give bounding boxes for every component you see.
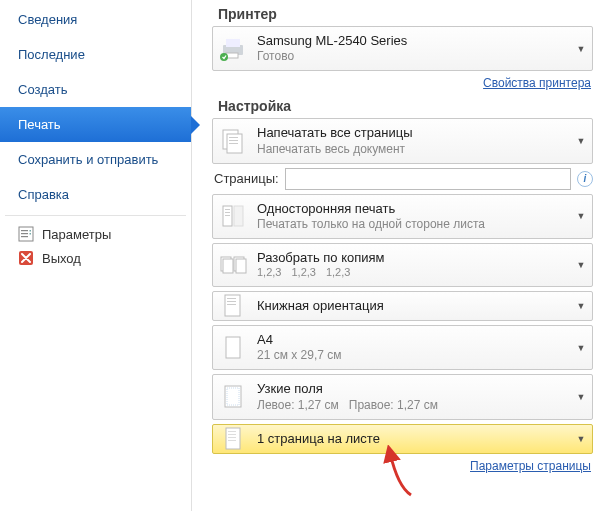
duplex-title: Односторонняя печать <box>257 201 566 217</box>
orientation-selector[interactable]: Книжная ориентация ▼ <box>212 291 593 321</box>
svg-rect-26 <box>227 298 236 299</box>
margins-sub: Левое: 1,27 см Правое: 1,27 см <box>257 398 566 413</box>
info-icon[interactable]: i <box>577 171 593 187</box>
printer-selector[interactable]: Samsung ML-2540 Series Готово ▼ <box>212 26 593 71</box>
printer-name: Samsung ML-2540 Series <box>257 33 566 49</box>
pages-label: Страницы: <box>212 171 279 186</box>
sidebar-sub-label: Параметры <box>42 227 111 242</box>
printer-properties-link[interactable]: Свойства принтера <box>483 76 591 90</box>
svg-rect-35 <box>228 437 236 438</box>
sidebar-item-print[interactable]: Печать <box>0 107 191 142</box>
svg-rect-36 <box>228 440 236 441</box>
svg-rect-15 <box>229 143 238 144</box>
exit-icon <box>18 250 34 266</box>
svg-rect-29 <box>226 337 240 358</box>
paper-size-selector[interactable]: A4 21 см x 29,7 см ▼ <box>212 325 593 370</box>
svg-rect-33 <box>228 431 236 432</box>
caret-down-icon: ▼ <box>570 434 592 444</box>
settings-section-title: Настройка <box>218 98 593 114</box>
sidebar-item-new[interactable]: Создать <box>0 72 191 107</box>
margins-selector[interactable]: Узкие поля Левое: 1,27 см Правое: 1,27 с… <box>212 374 593 419</box>
duplex-selector[interactable]: Односторонняя печать Печатать только на … <box>212 194 593 239</box>
svg-rect-14 <box>229 140 238 141</box>
svg-rect-5 <box>30 233 32 235</box>
orientation-title: Книжная ориентация <box>257 298 566 314</box>
margins-icon <box>213 384 253 410</box>
caret-down-icon: ▼ <box>570 392 592 402</box>
collate-selector[interactable]: Разобрать по копиям 1,2,31,2,31,2,3 ▼ <box>212 243 593 287</box>
collate-title: Разобрать по копиям <box>257 250 566 266</box>
print-scope-selector[interactable]: Напечатать все страницы Напечатать весь … <box>212 118 593 163</box>
svg-rect-1 <box>21 230 28 231</box>
sidebar-item-label: Печать <box>18 117 61 132</box>
caret-down-icon: ▼ <box>570 343 592 353</box>
one-per-sheet-icon <box>213 426 253 452</box>
portrait-icon <box>213 293 253 319</box>
caret-down-icon: ▼ <box>570 44 592 54</box>
sidebar-item-exit[interactable]: Выход <box>0 246 191 270</box>
svg-rect-34 <box>228 434 236 435</box>
collate-icon <box>213 253 253 277</box>
printer-status: Готово <box>257 49 566 64</box>
svg-rect-24 <box>236 259 246 273</box>
caret-down-icon: ▼ <box>570 136 592 146</box>
paper-sub: 21 см x 29,7 см <box>257 348 566 363</box>
sidebar-item-info[interactable]: Сведения <box>0 2 191 37</box>
paper-title: A4 <box>257 332 566 348</box>
svg-rect-8 <box>226 39 240 47</box>
svg-rect-3 <box>21 236 28 237</box>
svg-rect-19 <box>225 215 230 216</box>
collate-sub: 1,2,31,2,31,2,3 <box>257 266 566 280</box>
svg-rect-17 <box>225 209 230 210</box>
duplex-sub: Печатать только на одной стороне листа <box>257 217 566 232</box>
page-setup-link[interactable]: Параметры страницы <box>470 459 591 473</box>
sidebar-item-options[interactable]: Параметры <box>0 222 191 246</box>
caret-down-icon: ▼ <box>570 301 592 311</box>
sidebar-item-help[interactable]: Справка <box>0 177 191 212</box>
caret-down-icon: ▼ <box>570 260 592 270</box>
pages-all-icon <box>213 128 253 154</box>
sidebar-item-recent[interactable]: Последние <box>0 37 191 72</box>
svg-rect-27 <box>227 301 236 302</box>
svg-rect-13 <box>229 137 238 138</box>
svg-rect-18 <box>225 212 230 213</box>
sheets-title: 1 страница на листе <box>257 431 566 447</box>
paper-icon <box>213 335 253 361</box>
printer-icon <box>213 37 253 61</box>
scope-sub: Напечатать весь документ <box>257 142 566 157</box>
svg-rect-28 <box>227 304 236 305</box>
svg-rect-22 <box>223 259 233 273</box>
pages-input[interactable] <box>285 168 571 190</box>
printer-section-title: Принтер <box>218 6 593 22</box>
selected-arrow-icon <box>191 116 200 134</box>
sidebar-item-save-send[interactable]: Сохранить и отправить <box>0 142 191 177</box>
main-panel: Принтер Samsung ML-2540 Series Готово ▼ … <box>192 0 603 511</box>
margins-title: Узкие поля <box>257 381 566 397</box>
options-icon <box>18 226 34 242</box>
sidebar: Сведения Последние Создать Печать Сохран… <box>0 0 192 511</box>
sidebar-sub-label: Выход <box>42 251 81 266</box>
one-side-icon <box>213 203 253 229</box>
pages-row: Страницы: i <box>212 168 593 190</box>
scope-title: Напечатать все страницы <box>257 125 566 141</box>
caret-down-icon: ▼ <box>570 211 592 221</box>
svg-rect-2 <box>21 233 28 234</box>
svg-rect-4 <box>30 230 32 232</box>
svg-point-10 <box>220 53 228 61</box>
svg-rect-20 <box>234 206 243 226</box>
pages-per-sheet-selector[interactable]: 1 страница на листе ▼ <box>212 424 593 454</box>
sidebar-separator <box>5 215 186 216</box>
